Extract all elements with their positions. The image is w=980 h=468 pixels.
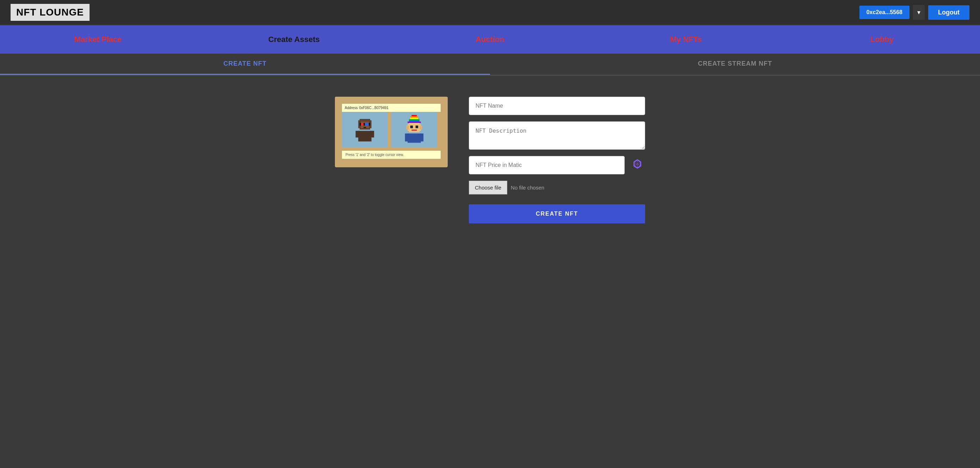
preview-footer: Press '1' and '2' to toggle cursor view.: [342, 151, 441, 159]
nav-item-lobby[interactable]: Lobby: [784, 28, 980, 51]
header: NFT LOUNGE 0xc2ea...5568 ▾ Logout: [0, 0, 980, 26]
preview-images: [342, 112, 441, 147]
svg-rect-14: [412, 115, 417, 117]
address-value: 0xF06C...B079491: [359, 106, 388, 110]
header-right: 0xc2ea...5568 ▾ Logout: [859, 5, 969, 20]
svg-rect-29: [420, 133, 423, 142]
nft-preview-image-2: [391, 112, 437, 147]
nft-preview-card: Address 0xF06C...B079491: [335, 97, 448, 167]
wallet-address-button[interactable]: 0xc2ea...5568: [859, 6, 910, 19]
svg-rect-25: [406, 126, 409, 129]
app-logo: NFT LOUNGE: [11, 4, 89, 21]
svg-rect-8: [363, 123, 365, 126]
svg-rect-11: [356, 131, 360, 137]
nft-description-textarea[interactable]: [469, 121, 645, 150]
svg-rect-26: [420, 126, 422, 129]
no-file-label: No file chosen: [511, 185, 544, 190]
main-nav: Market Place Create Assets Auction My NF…: [0, 26, 980, 54]
nav-item-auction[interactable]: Auction: [392, 28, 588, 51]
svg-rect-28: [405, 133, 409, 142]
svg-rect-22: [410, 126, 413, 128]
sub-tabs: CREATE NFT CREATE STREAM NFT: [0, 54, 980, 75]
svg-rect-12: [370, 131, 374, 137]
svg-rect-16: [410, 118, 418, 119]
choose-file-button[interactable]: Choose file: [469, 181, 507, 195]
nav-item-my-nfts[interactable]: My NFTs: [588, 28, 784, 51]
nav-item-marketplace[interactable]: Market Place: [0, 28, 196, 51]
svg-rect-27: [407, 133, 421, 142]
svg-rect-7: [369, 123, 370, 126]
polygon-icon: [630, 157, 645, 173]
nft-price-input[interactable]: [469, 156, 625, 174]
tab-create-stream-nft[interactable]: CREATE STREAM NFT: [490, 54, 980, 75]
file-input-row: Choose file No file chosen: [469, 181, 645, 195]
nft-preview-image-1: [342, 112, 388, 147]
logout-button[interactable]: Logout: [928, 5, 969, 20]
svg-rect-17: [409, 119, 420, 120]
wallet-dropdown-button[interactable]: ▾: [913, 5, 925, 20]
svg-rect-15: [410, 117, 418, 118]
nft-name-input[interactable]: [469, 97, 645, 115]
svg-rect-23: [415, 126, 418, 128]
nav-item-create-assets[interactable]: Create Assets: [196, 28, 392, 51]
nft-form: Choose file No file chosen CREATE NFT: [469, 97, 645, 224]
tab-create-nft[interactable]: CREATE NFT: [0, 54, 490, 75]
svg-rect-10: [358, 131, 372, 142]
svg-rect-19: [407, 122, 421, 123]
main-content: Address 0xF06C...B079491: [0, 75, 980, 244]
address-label: Address: [345, 106, 358, 110]
svg-rect-24: [412, 129, 417, 131]
svg-rect-18: [409, 120, 420, 122]
create-nft-button[interactable]: CREATE NFT: [469, 204, 645, 224]
svg-rect-5: [365, 123, 369, 126]
svg-rect-9: [363, 127, 366, 128]
preview-address-bar: Address 0xF06C...B079491: [342, 104, 441, 112]
svg-rect-6: [360, 123, 361, 126]
price-row: [469, 156, 645, 174]
